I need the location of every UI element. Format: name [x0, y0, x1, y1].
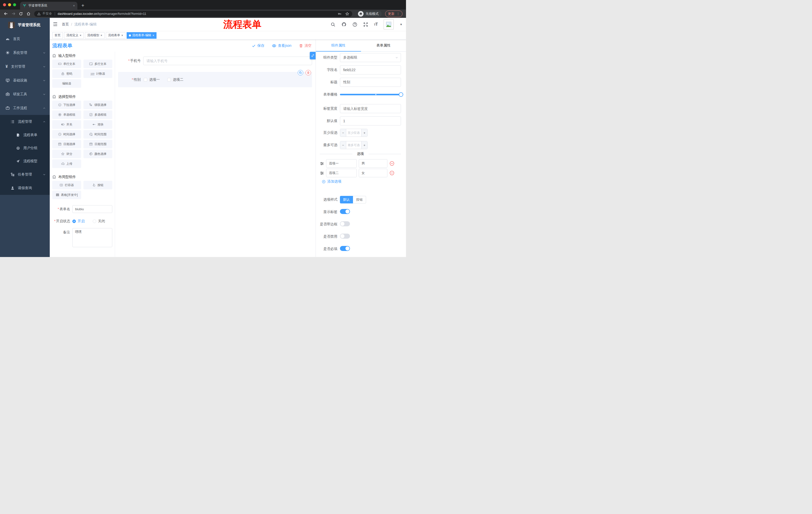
component-date-range[interactable]: 日期范围	[83, 140, 112, 148]
form-name-input[interactable]	[72, 205, 112, 213]
back-icon[interactable]	[2, 10, 9, 17]
form-remark-textarea[interactable]: 嘿嘿	[72, 228, 112, 247]
canvas-field-gender-selected[interactable]: *性别 选项一 选项二	[118, 72, 312, 87]
help-icon[interactable]	[352, 22, 357, 27]
address-bar[interactable]: 不安全 dashboard.yudao.iocoder.cn/bpm/manag…	[34, 11, 352, 17]
tag-close-icon[interactable]: ×	[152, 34, 154, 37]
sidebar-item-leave-query[interactable]: 请假查询	[0, 181, 50, 195]
home-icon[interactable]	[25, 10, 32, 17]
tag-close-icon[interactable]: ×	[121, 34, 123, 37]
component-button[interactable]: 按钮	[83, 181, 112, 189]
component-slider[interactable]: 滑块	[83, 120, 112, 129]
component-select[interactable]: 下拉选择	[52, 101, 81, 109]
font-size-icon[interactable]: TT	[374, 22, 378, 27]
component-time-range[interactable]: 时间范围	[83, 130, 112, 139]
component-type-select[interactable]: 多选框组	[340, 53, 401, 62]
option1-value-input[interactable]	[359, 159, 387, 168]
min-select-placeholder[interactable]: 至少应选	[346, 129, 361, 137]
password-key-icon[interactable]	[338, 12, 342, 16]
fullscreen-icon[interactable]	[363, 22, 368, 27]
disabled-toggle[interactable]	[340, 234, 350, 239]
status-off-label[interactable]: 关闭	[98, 219, 105, 223]
reload-icon[interactable]	[18, 10, 24, 17]
tag-process-form-edit[interactable]: 流程表单-编辑×	[127, 32, 156, 39]
avatar[interactable]	[384, 19, 394, 29]
view-json-button[interactable]: 查看json	[272, 44, 291, 48]
max-select-placeholder[interactable]: 最多可选	[346, 141, 361, 149]
option2-value-input[interactable]	[359, 169, 387, 177]
component-editor[interactable]: 编辑器	[52, 79, 81, 88]
form-grid-slider[interactable]	[340, 90, 401, 99]
breadcrumb-home[interactable]: 首页	[62, 22, 69, 27]
status-off-radio[interactable]	[93, 219, 96, 223]
component-cascader[interactable]: 级联选择	[83, 101, 112, 109]
field-name-input[interactable]	[340, 65, 401, 75]
component-checkbox-group[interactable]: 多选框组	[83, 110, 112, 119]
sidebar-item-payment[interactable]: ¥ 支付管理	[0, 60, 50, 74]
border-toggle[interactable]	[340, 221, 350, 226]
sidebar-item-process-model[interactable]: 流程模型	[0, 155, 50, 168]
tag-process-model[interactable]: 流程模型×	[85, 32, 105, 39]
component-rate[interactable]: 评分	[52, 150, 81, 158]
sidebar-item-home[interactable]: 首页	[0, 32, 50, 46]
component-table-dev[interactable]: 表格[开发中]	[52, 191, 81, 199]
new-tab-button[interactable]: +	[81, 3, 84, 8]
status-on-radio[interactable]	[72, 219, 76, 223]
browser-menu-dots-icon[interactable]: ⋮	[397, 12, 400, 16]
drag-handle-icon[interactable]	[320, 161, 324, 166]
style-button-button[interactable]: 按钮	[353, 196, 366, 204]
status-on-label[interactable]: 开启	[78, 219, 85, 223]
slider-track[interactable]	[340, 94, 401, 95]
copy-component-button[interactable]	[298, 70, 303, 76]
browser-tab[interactable]: 芋道管理系统 ×	[20, 2, 77, 9]
gender-option2-label[interactable]: 选项二	[173, 77, 183, 82]
window-minimize-button[interactable]	[8, 3, 11, 6]
sidebar-item-workflow[interactable]: 工作流程	[0, 101, 50, 115]
search-icon[interactable]	[330, 22, 336, 27]
window-close-button[interactable]	[3, 3, 6, 6]
component-upload[interactable]: 上传	[52, 159, 81, 168]
component-radio-group[interactable]: 单选框组	[52, 110, 81, 119]
tab-close-icon[interactable]: ×	[73, 4, 75, 7]
canvas-field-phone[interactable]: *手机号	[118, 57, 312, 65]
show-label-toggle[interactable]	[340, 209, 350, 214]
browser-update-button[interactable]: 更新 ⋮	[385, 10, 403, 17]
sidebar-item-process-form[interactable]: 流程表单	[0, 129, 50, 141]
tag-close-icon[interactable]: ×	[100, 34, 102, 37]
component-row-container[interactable]: 行容器	[52, 181, 81, 189]
title-input[interactable]	[340, 78, 401, 87]
security-warning-icon[interactable]	[37, 12, 41, 16]
sidebar-item-task-management[interactable]: 任务管理	[0, 168, 50, 181]
default-value-input[interactable]	[340, 116, 401, 126]
component-multi-line-text[interactable]: 多行文本	[83, 60, 112, 68]
remove-option-button[interactable]	[389, 161, 395, 166]
stepper-decrease-button[interactable]: −	[340, 141, 346, 149]
delete-component-button[interactable]	[306, 70, 311, 76]
component-date-picker[interactable]: 日期选择	[52, 140, 81, 148]
required-toggle[interactable]	[340, 246, 350, 251]
component-password[interactable]: 密码	[52, 70, 81, 78]
tag-home[interactable]: 首页	[52, 32, 63, 39]
label-width-input[interactable]	[340, 104, 401, 113]
url-text[interactable]: dashboard.yudao.iocoder.cn/bpm/manager/f…	[58, 12, 146, 16]
data-binding-tag[interactable]	[310, 52, 316, 59]
component-counter[interactable]: 123计数器	[83, 70, 112, 78]
gender-option1-checkbox[interactable]	[144, 78, 147, 81]
component-single-line-text[interactable]: 单行文本	[52, 60, 81, 68]
tag-process-form[interactable]: 流程表单×	[106, 32, 125, 39]
avatar-caret-icon[interactable]: ▼	[400, 23, 403, 26]
sidebar-item-system[interactable]: 系统管理	[0, 46, 50, 60]
save-button[interactable]: 保存	[252, 44, 264, 48]
sidebar-item-user-groups[interactable]: 用户分组	[0, 141, 50, 155]
stepper-decrease-button[interactable]: −	[340, 129, 346, 137]
tag-close-icon[interactable]: ×	[80, 34, 81, 37]
component-time-picker[interactable]: 时间选择	[52, 130, 81, 139]
forward-icon[interactable]	[10, 10, 17, 17]
gender-option2-checkbox[interactable]	[167, 78, 171, 81]
tab-component-props[interactable]: 组件属性	[316, 40, 361, 52]
component-color-picker[interactable]: 颜色选择	[83, 150, 112, 158]
sidebar-item-process-management[interactable]: 流程管理	[0, 115, 50, 129]
stepper-increase-button[interactable]: +	[361, 129, 367, 137]
option1-name-input[interactable]	[326, 159, 357, 168]
phone-input[interactable]	[143, 57, 312, 65]
